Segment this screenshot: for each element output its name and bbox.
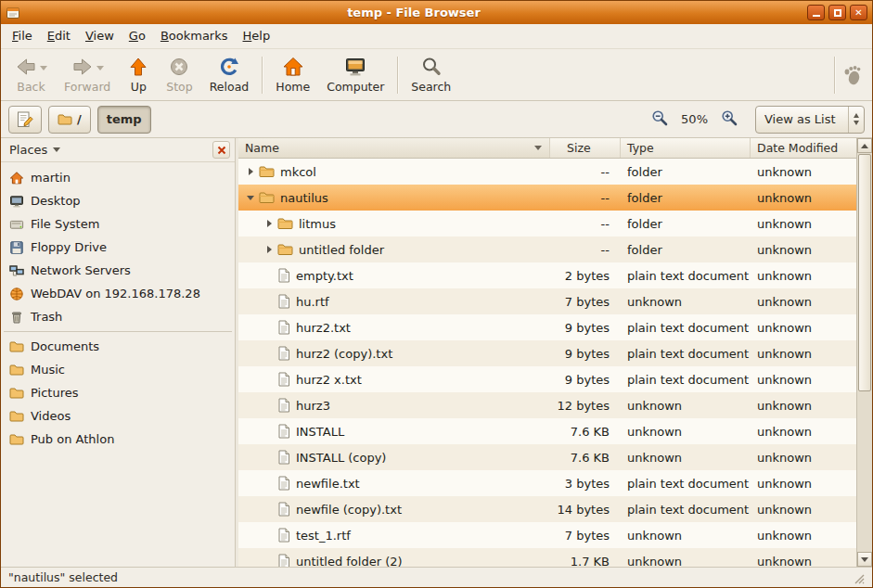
home-icon: [9, 171, 24, 185]
home-button[interactable]: Home: [267, 53, 318, 96]
menu-view[interactable]: View: [78, 24, 122, 48]
file-size: 9 bytes: [550, 347, 621, 361]
sidebar-item-videos[interactable]: Videos: [1, 404, 235, 428]
computer-icon: [344, 56, 366, 78]
name-cell: hurz2 (copy).txt: [238, 346, 550, 361]
column-header-type[interactable]: Type: [621, 138, 751, 158]
file-type: unknown: [621, 555, 751, 568]
file-type: unknown: [621, 399, 751, 413]
row-expander[interactable]: [244, 168, 257, 175]
sidebar-item-webdav-on-192-168-178-28[interactable]: WebDAV on 192.168.178.28: [1, 282, 235, 305]
stop-icon: [168, 56, 190, 78]
scroll-down-button[interactable]: [857, 552, 872, 567]
path-root-label: /: [77, 112, 82, 126]
row-expander[interactable]: [244, 196, 257, 200]
up-button[interactable]: Up: [119, 53, 158, 96]
file-name: untitled folder (2): [296, 555, 403, 568]
row-expander[interactable]: [263, 246, 276, 253]
file-type: folder: [621, 217, 751, 231]
sidebar-close-button[interactable]: [212, 141, 230, 159]
name-cell: hurz2 x.txt: [238, 372, 550, 387]
column-header-date-modified[interactable]: Date Modified: [751, 138, 856, 158]
file-row-hu-rtf[interactable]: hu.rtf7 bytesunknownunknown: [238, 288, 856, 314]
menu-edit[interactable]: Edit: [40, 24, 78, 48]
file-row-hurz2-copy-txt[interactable]: hurz2 (copy).txt9 bytesplain text docume…: [238, 340, 856, 366]
close-button[interactable]: ✕: [850, 5, 867, 20]
file-row-install-copy-[interactable]: INSTALL (copy)7.6 KBunknownunknown: [238, 444, 856, 470]
spinner-up-icon: [854, 113, 859, 118]
sidebar-item-file-system[interactable]: File System: [1, 212, 235, 236]
file-row-newfile-txt[interactable]: newfile.txt3 bytesplain text documentunk…: [238, 470, 856, 496]
file-date-modified: unknown: [751, 243, 856, 257]
minimize-button[interactable]: [807, 5, 825, 20]
sidebar-item-documents[interactable]: Documents: [1, 335, 235, 358]
sidebar-item-music[interactable]: Music: [1, 358, 235, 381]
name-cell: mkcol: [238, 165, 550, 179]
file-size: --: [550, 243, 621, 257]
file-row-hurz2-txt[interactable]: hurz2.txt9 bytesplain text documentunkno…: [238, 314, 856, 340]
sidebar-item-pictures[interactable]: Pictures: [1, 381, 235, 404]
edit-location-button[interactable]: [8, 106, 42, 134]
zoom-out-button[interactable]: [648, 108, 672, 132]
file-row-hurz3[interactable]: hurz312 bytesunknownunknown: [238, 392, 856, 418]
search-button[interactable]: Search: [403, 53, 459, 96]
file-icon: [277, 346, 290, 361]
webdav-icon: [9, 287, 24, 301]
scroll-up-button[interactable]: [857, 138, 872, 153]
scrollbar-thumb[interactable]: [858, 154, 871, 391]
sidebar-item-martin[interactable]: martin: [1, 166, 235, 189]
file-type: unknown: [621, 451, 751, 465]
file-date-modified: unknown: [751, 347, 856, 361]
file-row-litmus[interactable]: litmus--folderunknown: [238, 211, 856, 236]
row-expander[interactable]: [263, 220, 276, 227]
menu-go[interactable]: Go: [122, 24, 153, 48]
file-size: --: [550, 165, 621, 179]
file-row-untitled-folder[interactable]: untitled folder--folderunknown: [238, 236, 856, 262]
file-list: Name Size Type Date Modified mkcol--fold…: [238, 138, 872, 567]
titlebar[interactable]: temp - File Browser ✕: [1, 1, 872, 24]
reload-button[interactable]: Reload: [201, 53, 258, 96]
sidebar-item-floppy-drive[interactable]: Floppy Drive: [1, 236, 235, 259]
minimize-icon: [813, 15, 820, 17]
up-button-label: Up: [131, 80, 147, 94]
file-size: 7.6 KB: [550, 451, 621, 465]
sidebar-item-trash[interactable]: Trash: [1, 305, 235, 328]
places-selector[interactable]: Places: [9, 143, 47, 157]
view-mode-combobox[interactable]: View as List: [755, 106, 865, 134]
toolbar: BackForwardUpStopReloadHomeComputerSearc…: [6, 49, 459, 100]
file-type: folder: [621, 191, 751, 205]
path-root-button[interactable]: /: [48, 106, 91, 134]
file-row-untitled-folder-2-[interactable]: untitled folder (2)1.7 KBunknownunknown: [238, 548, 856, 567]
path-current-button[interactable]: temp: [97, 106, 151, 134]
zoom-in-button[interactable]: [717, 108, 741, 132]
file-row-newfile-copy-txt[interactable]: newfile (copy).txt14 bytesplain text doc…: [238, 496, 856, 522]
file-name: newfile.txt: [296, 477, 360, 491]
file-row-empty-txt[interactable]: empty.txt2 bytesplain text documentunkno…: [238, 262, 856, 288]
file-row-hurz2-x-txt[interactable]: hurz2 x.txt9 bytesplain text documentunk…: [238, 366, 856, 392]
scroll-up-icon: [861, 144, 868, 148]
view-mode-spinner[interactable]: [848, 107, 864, 133]
file-row-test-1-rtf[interactable]: test_1.rtf7 bytesunknownunknown: [238, 522, 856, 548]
column-header-name[interactable]: Name: [238, 138, 550, 158]
menu-file[interactable]: File: [5, 24, 40, 48]
sidebar-item-pub-on-athlon[interactable]: Pub on Athlon: [1, 428, 235, 451]
file-row-nautilus[interactable]: nautilus--folderunknown: [238, 185, 856, 211]
sidebar-item-network-servers[interactable]: Network Servers: [1, 259, 235, 282]
file-icon: [277, 398, 290, 413]
vertical-scrollbar[interactable]: [856, 138, 872, 567]
file-icon: [277, 268, 290, 283]
location-bar: / temp 50% View as List: [1, 101, 872, 138]
menu-help[interactable]: Help: [236, 24, 278, 48]
maximize-button[interactable]: [828, 5, 846, 20]
sidebar-item-desktop[interactable]: Desktop: [1, 189, 235, 212]
folder-icon: [9, 433, 24, 446]
sidebar-item-label: Trash: [31, 310, 62, 324]
folder-icon: [58, 113, 72, 126]
name-cell: INSTALL (copy): [238, 450, 550, 465]
column-header-size[interactable]: Size: [550, 138, 621, 158]
file-row-install[interactable]: INSTALL7.6 KBunknownunknown: [238, 418, 856, 444]
resize-grip[interactable]: [852, 571, 865, 584]
computer-button[interactable]: Computer: [318, 53, 392, 96]
menu-bookmarks[interactable]: Bookmarks: [153, 24, 236, 48]
file-row-mkcol[interactable]: mkcol--folderunknown: [238, 159, 856, 185]
